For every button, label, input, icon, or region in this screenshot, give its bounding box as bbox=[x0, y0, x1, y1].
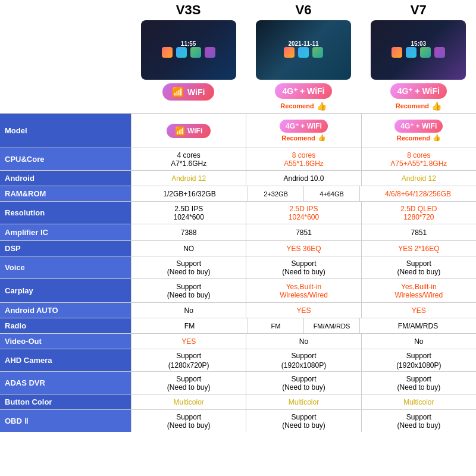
v3s-badge-area: 📶 WiFi bbox=[162, 83, 214, 101]
cell-amp-v7: 7851 bbox=[361, 224, 476, 240]
v7-icon4 bbox=[434, 47, 445, 58]
v6-recommend-text: Recomend bbox=[280, 102, 314, 109]
cell-dsp-v6: YES 36EQ bbox=[246, 241, 361, 256]
cell-ahd-v6-sub: (1920x1080P) bbox=[281, 361, 326, 369]
cell-adas-v7: Support(Need to buy) bbox=[361, 372, 476, 394]
row-ram: RAM&ROM 1/2GB+16/32GB 2+32GB 4+64GB 4/6/… bbox=[0, 186, 476, 201]
label-button-color: Button Color bbox=[0, 394, 131, 409]
label-model: Model bbox=[0, 114, 131, 148]
product-v6: V6 2021-11-11 4G⁺ + WiFi Recomend bbox=[246, 0, 361, 113]
v7-thumb-icon: 👍 bbox=[431, 101, 441, 111]
cell-ahd-v6-main: Support bbox=[291, 352, 316, 360]
v7-icon3 bbox=[420, 47, 431, 58]
v6-recommend: Recomend 👍 bbox=[280, 101, 326, 111]
cell-obd-v3s: Support(Need to buy) bbox=[131, 410, 246, 432]
label-obd: OBD Ⅱ bbox=[0, 410, 131, 432]
model-v7-badge: 4G⁺ + WiFi bbox=[394, 120, 443, 133]
cell-android-v6: Andriod 10.0 bbox=[246, 171, 361, 186]
v6-icon2 bbox=[298, 47, 309, 58]
v6-time: 2021-11-11 bbox=[288, 40, 318, 47]
cell-ahd-v3s-main: Support bbox=[176, 352, 201, 360]
row-carplay: Carplay Support(Need to buy) Yes,Built-i… bbox=[0, 278, 476, 302]
cell-ahd-v3s-sub: (1280x720P) bbox=[168, 361, 209, 369]
cell-radio-v6b: FM/AM/RDS bbox=[303, 318, 359, 333]
v3s-icon3 bbox=[190, 47, 201, 58]
v7-badge-area: 4G⁺ + WiFi Recomend 👍 bbox=[390, 83, 447, 111]
model-v7-thumb: 👍 bbox=[433, 134, 441, 142]
model-v6-badge: 4G⁺ + WiFi bbox=[280, 120, 328, 133]
model-v6-thumb: 👍 bbox=[318, 134, 326, 142]
label-adas-dvr: ADAS DVR bbox=[0, 372, 131, 394]
cell-adas-v6: Support(Need to buy) bbox=[246, 372, 361, 394]
label-video-out: Video-Out bbox=[0, 334, 131, 349]
cell-video-v3s: YES bbox=[131, 334, 246, 349]
label-cpu: CPU&Core bbox=[0, 148, 131, 170]
label-dsp: DSP bbox=[0, 241, 131, 256]
cell-auto-v6: YES bbox=[246, 303, 361, 318]
row-obd: OBD Ⅱ Support(Need to buy) Support(Need … bbox=[0, 409, 476, 432]
cell-amp-v6: 7851 bbox=[246, 224, 361, 240]
model-wifi-badge: 📶 WiFi bbox=[167, 124, 211, 138]
v7-name: V7 bbox=[411, 2, 427, 18]
v7-badge-text: 4G⁺ + WiFi bbox=[397, 86, 440, 96]
cell-ram-v6b: 4+64GB bbox=[303, 186, 359, 201]
cell-auto-v3s: No bbox=[131, 303, 246, 318]
cell-auto-v7: YES bbox=[361, 303, 476, 318]
v6-badge-text: 4G⁺ + WiFi bbox=[282, 86, 324, 96]
row-model: Model 📶 WiFi 4G⁺ + WiFi Recomend 👍 bbox=[0, 113, 476, 148]
v7-icon2 bbox=[406, 47, 416, 58]
cell-ahd-v7-sub: (1920x1080P) bbox=[396, 361, 441, 369]
cell-ram-v3s: 1/2GB+16/32GB bbox=[131, 186, 248, 201]
cell-cpu-v6: 8 coresA55*1.6GHz bbox=[246, 148, 361, 170]
row-ahd-camera: AHD Camera Support (1280x720P) Support (… bbox=[0, 349, 476, 371]
row-voice: Voice Support(Need to buy) Support(Need … bbox=[0, 256, 476, 278]
model-v7-badge-text: 4G⁺ + WiFi bbox=[400, 122, 437, 130]
comparison-container: V3S 11:55 📶 WiFi bbox=[0, 0, 476, 476]
cell-res-v7: 2.5D QLED1280*720 bbox=[361, 202, 476, 224]
v3s-icon2 bbox=[176, 47, 187, 58]
v6-icon3 bbox=[312, 47, 323, 58]
cell-ram-v6a: 2+32GB bbox=[248, 186, 303, 201]
cell-button-v3s: Multicolor bbox=[131, 394, 246, 409]
row-adas-dvr: ADAS DVR Support(Need to buy) Support(Ne… bbox=[0, 371, 476, 394]
cell-carplay-v3s: Support(Need to buy) bbox=[131, 279, 246, 302]
model-v7-recommend-text: Recomend bbox=[397, 134, 430, 142]
v3s-icon1 bbox=[162, 47, 173, 58]
cell-model-v6: 4G⁺ + WiFi Recomend 👍 bbox=[246, 114, 361, 148]
model-v6-badge-text: 4G⁺ + WiFi bbox=[286, 122, 322, 130]
cell-dsp-v3s: NO bbox=[131, 241, 246, 256]
row-resolution: Resolution 2.5D IPS1024*600 2.5D IPS1024… bbox=[0, 201, 476, 224]
row-android-auto: Android AUTO No YES YES bbox=[0, 302, 476, 318]
v7-recommend-text: Recomend bbox=[396, 102, 429, 109]
v6-icon1 bbox=[284, 47, 295, 58]
label-ahd-camera: AHD Camera bbox=[0, 349, 131, 371]
v6-thumb-icon: 👍 bbox=[317, 101, 327, 111]
comparison-table: Model 📶 WiFi 4G⁺ + WiFi Recomend 👍 bbox=[0, 113, 476, 476]
label-ram: RAM&ROM bbox=[0, 186, 131, 201]
v3s-badge-text: WiFi bbox=[187, 87, 205, 97]
model-v6-recommend: Recomend 👍 bbox=[281, 134, 325, 142]
cell-video-v6: No bbox=[246, 334, 361, 349]
cell-carplay-v7: Yes,Built-inWireless/Wired bbox=[361, 279, 476, 302]
cell-ahd-v3s: Support (1280x720P) bbox=[131, 349, 246, 371]
label-voice: Voice bbox=[0, 256, 131, 278]
cell-ram-v7: 4/6/8+64/128/256GB bbox=[359, 186, 476, 201]
cell-model-v3s: 📶 WiFi bbox=[131, 114, 246, 148]
cell-radio-v7: FM/AM/RDS bbox=[359, 318, 476, 333]
cell-button-v6: Multicolor bbox=[246, 394, 361, 409]
v3s-time: 11:55 bbox=[181, 40, 196, 47]
cell-radio-v6: FM FM/AM/RDS bbox=[248, 318, 359, 333]
v7-image: 15:03 bbox=[371, 20, 466, 80]
cell-radio-v6a: FM bbox=[248, 318, 303, 333]
label-amplifier-ic: Amplifier IC bbox=[0, 224, 131, 240]
row-cpu: CPU&Core 4 coresA7*1.6GHz 8 coresA55*1.6… bbox=[0, 148, 476, 170]
v7-recommend: Recomend 👍 bbox=[396, 101, 441, 111]
v3s-image: 11:55 bbox=[141, 20, 236, 80]
v6-badge-area: 4G⁺ + WiFi Recomend 👍 bbox=[275, 83, 331, 111]
cell-amp-v3s: 7388 bbox=[131, 224, 246, 240]
cell-android-v3s: Android 12 bbox=[131, 171, 246, 186]
label-android-auto: Android AUTO bbox=[0, 303, 131, 318]
model-v6-recommend-text: Recomend bbox=[281, 134, 315, 142]
v7-4g-badge: 4G⁺ + WiFi bbox=[390, 83, 447, 99]
v3s-wifi-badge: 📶 WiFi bbox=[162, 83, 214, 101]
